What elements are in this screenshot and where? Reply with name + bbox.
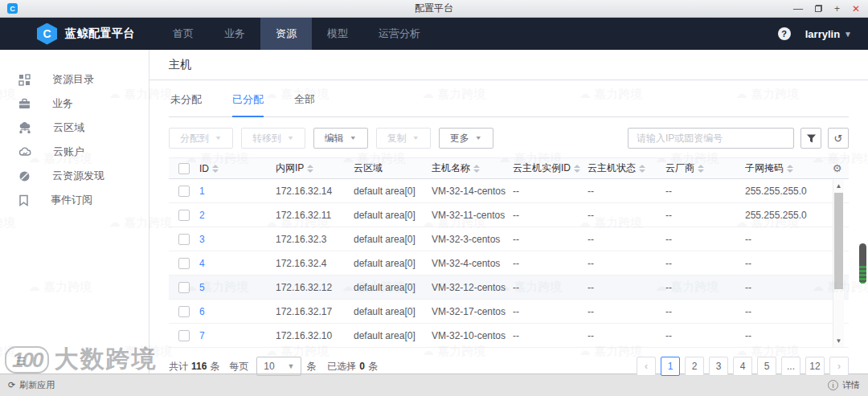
refresh-app-button[interactable]: ⟳ 刷新应用	[8, 379, 55, 391]
row-id-link[interactable]: 6	[199, 306, 205, 317]
filter-button[interactable]	[800, 128, 821, 149]
row-checkbox[interactable]	[178, 306, 190, 317]
col-instance-id[interactable]: 云主机实例ID	[513, 161, 588, 175]
selected-label: 已选择	[327, 360, 356, 374]
minimize-icon[interactable]: —	[793, 4, 803, 14]
sidebar-item-cloud-account[interactable]: 云账户	[0, 140, 149, 164]
window-title: 配置平台	[0, 2, 868, 15]
row-checkbox[interactable]	[178, 282, 190, 293]
page-button[interactable]: 3	[709, 357, 728, 376]
row-subnet-mask: --	[745, 234, 825, 245]
row-checkbox[interactable]	[178, 330, 190, 341]
row-id-link[interactable]: 3	[199, 234, 205, 245]
page-size-select[interactable]: 10 ▼	[256, 357, 301, 376]
column-settings-gear-icon[interactable]: ⚙	[833, 162, 842, 174]
edit-button[interactable]: 编辑▼	[313, 128, 368, 149]
page-button[interactable]: 1	[661, 357, 680, 376]
nav-item-model[interactable]: 模型	[312, 18, 363, 50]
sidebar-item-label: 云资源发现	[52, 169, 104, 183]
col-cloud-area[interactable]: 云区域	[354, 161, 432, 175]
table-scrollbar[interactable]: ▲ ▼	[833, 180, 844, 347]
page-button[interactable]: 12	[805, 357, 825, 376]
sidebar-item-business[interactable]: 业务	[0, 92, 149, 116]
close-icon[interactable]: ✕	[852, 4, 860, 14]
cloud-icon	[18, 146, 31, 158]
username: larrylin	[805, 28, 840, 40]
col-inner-ip[interactable]: 内网IP	[276, 161, 354, 175]
brand-logo[interactable]: C 蓝鲸配置平台	[37, 23, 135, 45]
row-id-link[interactable]: 7	[199, 330, 205, 341]
copy-button[interactable]: 复制▼	[376, 128, 431, 149]
table-row[interactable]: 1172.16.32.14default area[0]VM-32-14-cen…	[169, 179, 849, 203]
sidebar-item-resource-directory[interactable]: 资源目录	[0, 67, 149, 92]
table-row[interactable]: 2172.16.32.11default area[0]VM-32-11-cen…	[169, 203, 849, 227]
chevron-down-icon: ▼	[350, 135, 357, 141]
row-id-link[interactable]: 5	[199, 282, 205, 293]
row-checkbox[interactable]	[178, 258, 190, 269]
zoom-plus-icon[interactable]: +	[834, 4, 840, 14]
nav-item-business[interactable]: 业务	[209, 18, 260, 50]
column-label: 云区域	[354, 161, 383, 175]
details-button[interactable]: i 详情	[828, 379, 860, 391]
scroll-down-icon[interactable]: ▼	[833, 337, 844, 345]
row-id-cell: 3	[199, 234, 276, 245]
page-ellipsis[interactable]: ...	[781, 357, 800, 376]
chevron-down-icon: ▼	[412, 135, 420, 141]
nav-item-resource[interactable]: 资源	[260, 18, 312, 50]
tab-all[interactable]: 全部	[294, 92, 315, 116]
page-scrollbar-thumb[interactable]	[859, 243, 866, 284]
sidebar-item-label: 资源目录	[52, 72, 94, 87]
refresh-icon: ⟳	[8, 380, 15, 390]
nav-item-analysis[interactable]: 运营分析	[363, 18, 436, 50]
sidebar-item-event-subscription[interactable]: 事件订阅	[0, 188, 149, 212]
table-row[interactable]: 5172.16.32.12default area[0]VM-32-12-cen…	[169, 276, 849, 300]
row-checkbox[interactable]	[178, 186, 190, 197]
tab-unassigned[interactable]: 未分配	[170, 92, 202, 116]
next-page-button[interactable]: ›	[829, 357, 849, 376]
sort-icon	[574, 165, 580, 173]
table-body: 1172.16.32.14default area[0]VM-32-14-cen…	[169, 179, 849, 348]
app-navbar: C 蓝鲸配置平台 首页 业务 资源 模型 运营分析 ? larrylin ▼	[0, 18, 868, 50]
page-size-unit: 条	[306, 360, 316, 374]
tab-assigned[interactable]: 已分配	[232, 92, 264, 117]
search-input[interactable]	[628, 128, 794, 149]
scroll-up-icon[interactable]: ▲	[833, 182, 844, 190]
transfer-to-button[interactable]: 转移到▼	[241, 128, 305, 149]
col-cloud-vendor[interactable]: 云厂商	[665, 161, 745, 175]
user-dropdown[interactable]: larrylin ▼	[805, 28, 852, 40]
page-button[interactable]: 2	[685, 357, 704, 376]
page-button[interactable]: 4	[733, 357, 752, 376]
cloud-network-icon	[18, 122, 31, 134]
page-button[interactable]: 5	[757, 357, 776, 376]
table-row[interactable]: 3172.16.32.3default area[0]VM-32-3-cento…	[169, 227, 849, 251]
assign-to-button[interactable]: 分配到▼	[169, 128, 233, 149]
nav-item-home[interactable]: 首页	[158, 18, 209, 50]
table-row[interactable]: 6172.16.32.17default area[0]VM-32-17-cen…	[169, 300, 849, 324]
col-subnet-mask[interactable]: 子网掩码	[745, 161, 825, 175]
more-button[interactable]: 更多▼	[439, 128, 493, 149]
refresh-history-button[interactable]: ↺	[828, 128, 849, 149]
row-checkbox[interactable]	[178, 234, 190, 245]
button-label: 更多	[450, 132, 469, 145]
sidebar-collapse-icon[interactable]: ☰	[16, 355, 29, 367]
col-id[interactable]: ID	[199, 163, 276, 174]
select-all-checkbox[interactable]	[178, 163, 190, 174]
table-scrollbar-thumb[interactable]	[834, 193, 843, 289]
table-row[interactable]: 7172.16.32.10default area[0]VM-32-10-cen…	[169, 324, 849, 348]
sidebar-item-cloud-discovery[interactable]: 云资源发现	[0, 164, 149, 188]
button-label: 转移到	[252, 132, 281, 145]
restore-icon[interactable]	[815, 4, 822, 14]
col-host-status[interactable]: 云主机状态	[588, 161, 665, 175]
col-hostname[interactable]: 主机名称	[432, 161, 513, 175]
row-id-link[interactable]: 2	[199, 210, 205, 221]
help-icon[interactable]: ?	[778, 27, 791, 40]
row-id-link[interactable]: 4	[199, 258, 205, 269]
prev-page-button[interactable]: ‹	[637, 357, 656, 376]
sidebar-item-cloud-area[interactable]: 云区域	[0, 116, 149, 140]
row-checkbox-cell	[169, 330, 199, 341]
selected-count: 0	[359, 361, 365, 372]
row-id-link[interactable]: 1	[199, 186, 205, 197]
table-row[interactable]: 4172.16.32.4default area[0]VM-32-4-cento…	[169, 251, 849, 276]
row-checkbox[interactable]	[178, 210, 190, 221]
chevron-down-icon: ▼	[287, 362, 294, 370]
